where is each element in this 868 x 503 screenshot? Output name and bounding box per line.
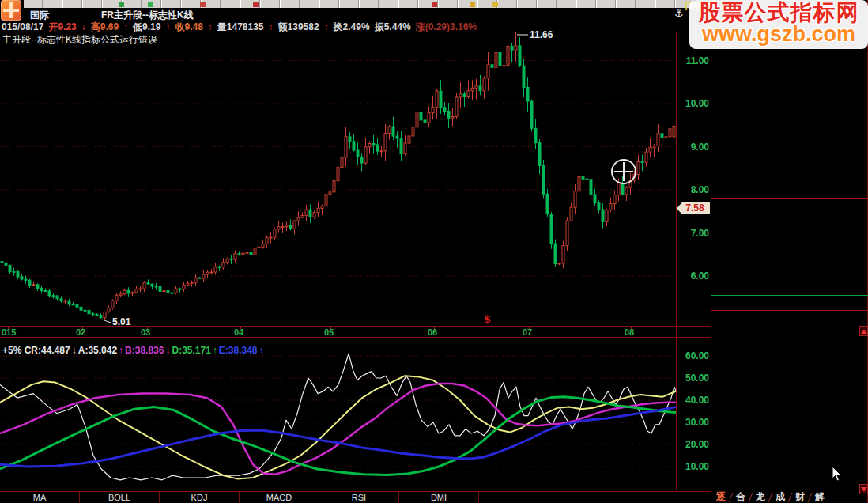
candle-body	[538, 143, 541, 166]
candle-body	[440, 91, 442, 108]
indicator-axis-label: 20.00	[674, 439, 709, 450]
candle-body	[108, 308, 110, 312]
indicator-value: ↑	[213, 345, 217, 356]
candle-body	[36, 285, 39, 289]
candle-body	[52, 296, 55, 297]
candle-body	[309, 210, 311, 217]
indicator-value: +5% CR:44.487	[2, 345, 70, 356]
candle-body	[191, 282, 193, 283]
scroll-down-button[interactable]	[859, 484, 868, 494]
candle-body	[123, 290, 126, 294]
candle-body	[317, 208, 319, 212]
candle-body	[88, 310, 90, 313]
tab-macd[interactable]: MACD	[240, 492, 319, 503]
candle-body	[507, 46, 509, 65]
indicator-value: ↓	[165, 345, 170, 356]
tab-kdj[interactable]: KDJ	[160, 492, 240, 503]
candle-body	[574, 191, 576, 207]
watermark-url: www.gszb.com	[689, 24, 868, 44]
kline-chart[interactable]: 11.665.01	[0, 0, 677, 326]
cr-indicator-chart[interactable]	[0, 340, 677, 490]
candle-body	[617, 183, 620, 195]
candle-body	[523, 66, 525, 87]
candle-body	[76, 304, 78, 307]
month-label: 06	[428, 327, 437, 337]
candle-body	[92, 314, 94, 315]
candle-body	[281, 227, 284, 228]
svg-text:11.66: 11.66	[530, 29, 553, 40]
candle-body	[396, 136, 398, 138]
candle-body	[40, 288, 43, 290]
candle-body	[266, 237, 268, 244]
candle-body	[491, 65, 493, 68]
candle-body	[131, 293, 134, 293]
indicator-value: D:35.171	[172, 345, 210, 356]
candle-body	[621, 183, 624, 195]
candle-body	[562, 246, 564, 263]
indicator-axis-label: 10.00	[674, 461, 709, 472]
candle-body	[214, 267, 217, 272]
candle-body	[274, 229, 276, 238]
tab-rsi[interactable]: RSI	[319, 492, 399, 503]
month-label: 08	[625, 327, 634, 337]
tab-ma[interactable]: MA	[0, 492, 80, 503]
candle-body	[609, 204, 612, 210]
candle-body	[289, 225, 292, 229]
month-label: 07	[523, 327, 532, 337]
candle-body	[115, 295, 118, 301]
candle-body	[526, 87, 529, 101]
candle-body	[598, 203, 600, 210]
candle-body	[187, 283, 189, 285]
svg-text:5.01: 5.01	[112, 316, 131, 326]
indicator-axis-label: 60.00	[674, 350, 709, 361]
candle-body	[119, 294, 122, 296]
candle-body	[32, 285, 35, 286]
candle-body	[400, 138, 402, 153]
candle-body	[546, 194, 549, 214]
candle-body	[645, 152, 647, 162]
tabbar-filler	[479, 492, 711, 503]
candle-body	[155, 286, 157, 287]
scroll-up-button[interactable]	[859, 326, 868, 336]
candle-body	[262, 244, 264, 247]
candle-body	[479, 86, 481, 91]
candle-body	[542, 165, 545, 194]
candle-body	[471, 88, 474, 90]
candle-body	[503, 66, 505, 66]
candle-body	[226, 259, 228, 263]
tab-boll[interactable]: BOLL	[80, 492, 160, 503]
candle-body	[210, 272, 213, 273]
candle-body	[13, 271, 15, 272]
candle-body	[9, 265, 11, 271]
candle-body	[218, 267, 221, 267]
candle-body	[384, 133, 387, 150]
candle-body	[194, 278, 197, 282]
candle-body	[230, 259, 232, 259]
indicator-value: ↓	[72, 345, 77, 356]
candle-body	[175, 289, 177, 293]
candle-body	[337, 168, 339, 181]
candle-body	[68, 301, 70, 304]
candle-body	[104, 312, 106, 317]
candle-body	[467, 91, 470, 97]
indicator-axis-label: 30.00	[674, 417, 709, 428]
candle-body	[297, 217, 300, 221]
candle-body	[167, 291, 169, 293]
candle-body	[404, 143, 406, 153]
candle-body	[669, 129, 671, 137]
candle-body	[649, 148, 651, 152]
candle-body	[459, 94, 462, 97]
candle-body	[135, 289, 138, 292]
indicator-axis-label: 50.00	[674, 373, 709, 384]
month-label: 04	[234, 327, 243, 337]
candle-body	[258, 247, 260, 248]
candle-body	[341, 157, 343, 168]
candle-body	[44, 290, 47, 291]
price-axis-label: 9.00	[674, 142, 709, 153]
candle-body	[558, 263, 560, 264]
tab-dmi[interactable]: DMI	[399, 492, 479, 503]
candle-body	[657, 134, 659, 146]
candle-body	[246, 252, 248, 253]
candle-body	[594, 195, 596, 203]
candle-body	[661, 134, 663, 138]
